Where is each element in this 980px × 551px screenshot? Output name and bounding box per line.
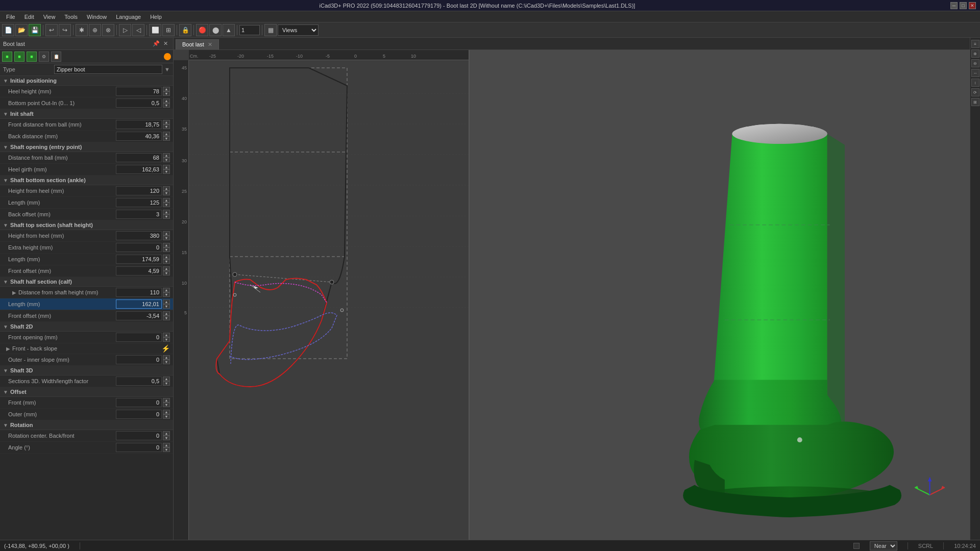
tool1[interactable]: ✱ (76, 24, 88, 36)
param-up-button[interactable]: ▲ (163, 377, 170, 381)
rp-btn-4[interactable]: ↔ (971, 69, 979, 77)
type-value-input[interactable] (54, 65, 162, 74)
param-up-button[interactable]: ▲ (163, 98, 170, 103)
near-dropdown[interactable]: Near Far Mid Perp Int (870, 541, 897, 550)
view-3d[interactable] (470, 50, 970, 540)
views-icon[interactable]: ▦ (264, 24, 277, 36)
tool3[interactable]: ⊗ (102, 24, 114, 36)
panel-tool-5[interactable]: 📋 (51, 52, 61, 62)
param-up-button[interactable]: ▲ (163, 153, 170, 158)
close-button[interactable]: ✕ (969, 2, 976, 9)
param-down-button[interactable]: ▼ (163, 292, 170, 297)
param-value-input[interactable] (116, 210, 162, 219)
view-2d[interactable]: Cm. -25 -20 -15 -10 -5 0 5 10 45 40 35 3… (174, 50, 470, 540)
param-up-button[interactable]: ▲ (163, 231, 170, 236)
section-initial-positioning[interactable]: ▼ Initial positioning (0, 76, 173, 86)
rp-btn-1[interactable]: ≡ (971, 40, 979, 48)
menu-language[interactable]: Language (112, 13, 145, 21)
maximize-button[interactable]: □ (960, 2, 967, 9)
canvas-2d[interactable] (189, 60, 469, 540)
param-value-input[interactable] (116, 255, 162, 264)
param-value-input[interactable] (116, 333, 162, 342)
param-up-button[interactable]: ▲ (163, 198, 170, 203)
panel-close-button[interactable]: ✕ (161, 39, 170, 48)
param-down-button[interactable]: ▼ (163, 91, 170, 96)
param-up-button[interactable]: ▲ (163, 120, 170, 124)
minimize-button[interactable]: ─ (950, 2, 958, 9)
section-offset[interactable]: ▼ Offset (0, 387, 173, 397)
tool9[interactable]: 🔴 (196, 24, 208, 36)
section-shaft-top[interactable]: ▼ Shaft top section (shaft height) (0, 220, 173, 230)
param-down-button[interactable]: ▼ (163, 191, 170, 195)
param-up-button[interactable]: ▲ (163, 243, 170, 247)
param-value-input[interactable] (116, 165, 162, 174)
param-up-button[interactable]: ▲ (163, 443, 170, 447)
tool2[interactable]: ⊕ (89, 24, 101, 36)
menu-help[interactable]: Help (146, 13, 166, 21)
param-up-button[interactable]: ▲ (163, 186, 170, 191)
param-down-button[interactable]: ▼ (163, 381, 170, 386)
new-button[interactable]: 📄 (2, 24, 14, 36)
undo-button[interactable]: ↩ (45, 24, 58, 36)
param-value-input[interactable] (116, 431, 162, 440)
tool10[interactable]: ⬤ (209, 24, 222, 36)
param-down-button[interactable]: ▼ (163, 203, 170, 207)
section-shaft-3d[interactable]: ▼ Shaft 3D (0, 366, 173, 375)
tool7[interactable]: ⊞ (162, 24, 175, 36)
param-down-button[interactable]: ▼ (163, 403, 170, 407)
param-down-button[interactable]: ▼ (163, 414, 170, 419)
menu-tools[interactable]: Tools (60, 13, 82, 21)
open-button[interactable]: 📂 (15, 24, 28, 36)
section-init-shaft[interactable]: ▼ Init shaft (0, 109, 173, 119)
param-up-button[interactable]: ▲ (163, 333, 170, 337)
param-down-button[interactable]: ▼ (163, 337, 170, 342)
param-down-button[interactable]: ▼ (163, 236, 170, 240)
menu-view[interactable]: View (39, 13, 60, 21)
param-value-input[interactable] (116, 186, 162, 195)
param-value-input[interactable] (116, 132, 162, 141)
menu-file[interactable]: File (2, 13, 19, 21)
param-up-button[interactable]: ▲ (163, 87, 170, 91)
tool8[interactable]: 🔒 (179, 24, 191, 36)
param-up-button[interactable]: ▲ (163, 410, 170, 414)
panel-pin-button[interactable]: 📌 (152, 39, 161, 48)
param-up-button[interactable]: ▲ (163, 398, 170, 403)
section-shaft-bottom[interactable]: ▼ Shaft bottom section (ankle) (0, 176, 173, 185)
param-value-input[interactable] (116, 299, 162, 309)
panel-tool-green2[interactable]: ■ (14, 52, 24, 62)
tool5[interactable]: ◁ (132, 24, 144, 36)
param-up-button[interactable]: ▲ (163, 288, 170, 292)
param-value-input[interactable] (116, 355, 162, 364)
param-value-input[interactable] (116, 120, 162, 129)
param-up-button[interactable]: ▲ (163, 311, 170, 316)
param-value-input[interactable] (116, 98, 162, 108)
rp-btn-7[interactable]: ⊞ (971, 98, 979, 106)
param-value-input[interactable] (116, 231, 162, 240)
tool4[interactable]: ▷ (119, 24, 131, 36)
param-up-button[interactable]: ▲ (163, 299, 170, 304)
panel-tool-green1[interactable]: ■ (2, 52, 12, 62)
section-rotation[interactable]: ▼ Rotation (0, 420, 173, 430)
param-down-button[interactable]: ▼ (163, 360, 170, 364)
param-down-button[interactable]: ▼ (163, 103, 170, 108)
param-up-button[interactable]: ▲ (163, 355, 170, 360)
rp-btn-3[interactable]: ⊖ (971, 59, 979, 67)
param-down-button[interactable]: ▼ (163, 169, 170, 174)
param-down-button[interactable]: ▼ (163, 436, 170, 440)
param-value-input[interactable] (116, 266, 162, 276)
tool6[interactable]: ⬜ (149, 24, 161, 36)
param-down-button[interactable]: ▼ (163, 124, 170, 129)
param-value-input[interactable] (116, 198, 162, 207)
param-value-input[interactable] (116, 443, 162, 452)
section-shaft-half[interactable]: ▼ Shaft half section (calf) (0, 277, 173, 287)
param-down-button[interactable]: ▼ (163, 447, 170, 452)
param-value-input[interactable] (116, 87, 162, 96)
menu-window[interactable]: Window (83, 13, 111, 21)
param-up-button[interactable]: ▲ (163, 266, 170, 271)
rp-btn-5[interactable]: ↕ (971, 79, 979, 87)
param-value-input[interactable] (116, 288, 162, 297)
panel-tool-green3[interactable]: ■ (27, 52, 37, 62)
param-up-button[interactable]: ▲ (163, 132, 170, 136)
param-value-input[interactable] (116, 243, 162, 252)
param-value-input[interactable] (116, 410, 162, 419)
